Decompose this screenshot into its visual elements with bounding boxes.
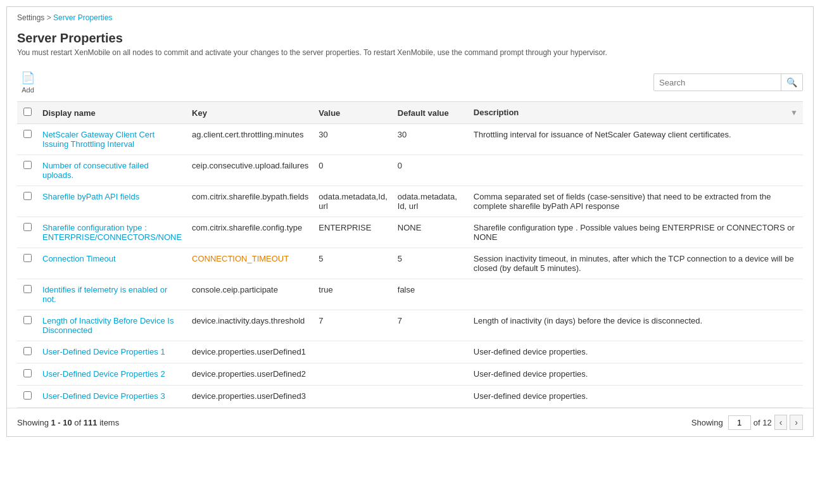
page-number-input[interactable]	[728, 415, 751, 430]
next-page-button[interactable]: ›	[790, 415, 803, 430]
row-value: ENTERPRISE	[313, 217, 392, 248]
breadcrumb-separator: >	[47, 13, 53, 22]
table-header-row: Display name Key Value Default value Des…	[17, 102, 803, 124]
row-checkbox[interactable]	[23, 316, 32, 324]
row-default-value: NONE	[393, 217, 469, 248]
footer-pagination: Showing of 12 ‹ ›	[691, 415, 803, 430]
row-display-name[interactable]: Connection Timeout	[37, 248, 187, 279]
sort-icon[interactable]: ▼	[790, 108, 798, 117]
row-display-name[interactable]: Number of consecutive failed uploads.	[37, 155, 187, 186]
row-value: 5	[313, 248, 392, 279]
search-box: 🔍	[653, 73, 803, 91]
showing-range: 1 - 10	[51, 418, 72, 427]
page-container: Settings > Server Properties Server Prop…	[6, 6, 814, 437]
row-default-value: odata.metadata, Id, url	[393, 186, 469, 217]
breadcrumb-current[interactable]: Server Properties	[53, 13, 112, 22]
table-row: User-Defined Device Properties 1device.p…	[17, 341, 803, 363]
total-items: 111	[84, 418, 98, 427]
row-key: device.properties.userDefined3	[187, 386, 313, 408]
add-icon: 📄	[21, 71, 35, 85]
row-display-name[interactable]: User-Defined Device Properties 2	[37, 363, 187, 386]
row-display-name[interactable]: Sharefile configuration type : ENTERPRIS…	[37, 217, 187, 248]
row-default-value	[393, 386, 469, 408]
row-description	[469, 155, 803, 186]
row-default-value: false	[393, 279, 469, 310]
toolbar-left: 📄 Add	[17, 68, 39, 96]
row-checkbox-cell	[17, 341, 37, 363]
table-row: Identifies if telemetry is enabled or no…	[17, 279, 803, 310]
row-description	[469, 279, 803, 310]
row-checkbox-cell	[17, 386, 37, 408]
row-checkbox-cell	[17, 363, 37, 386]
row-value	[313, 363, 392, 386]
page-header: Server Properties You must restart XenMo…	[7, 26, 813, 66]
of-pages-label: of 12	[754, 418, 772, 427]
page-subtitle: You must restart XenMobile on all nodes …	[17, 48, 803, 57]
page-title: Server Properties	[17, 31, 803, 46]
row-checkbox[interactable]	[23, 369, 32, 377]
search-button[interactable]: 🔍	[781, 74, 802, 91]
breadcrumb-settings[interactable]: Settings	[17, 13, 44, 22]
row-checkbox[interactable]	[23, 347, 32, 355]
footer-showing: Showing 1 - 10 of 111 items	[17, 418, 119, 427]
row-display-name[interactable]: User-Defined Device Properties 3	[37, 386, 187, 408]
row-display-name[interactable]: NetScaler Gateway Client Cert Issuing Th…	[37, 124, 187, 155]
showing-middle: of	[72, 418, 84, 427]
header-value: Value	[313, 102, 392, 124]
row-default-value	[393, 363, 469, 386]
header-default-value: Default value	[393, 102, 469, 124]
row-description: User-defined device properties.	[469, 341, 803, 363]
row-key: device.properties.userDefined1	[187, 341, 313, 363]
prev-page-button[interactable]: ‹	[774, 415, 788, 430]
row-checkbox-cell	[17, 155, 37, 186]
row-checkbox[interactable]	[23, 254, 32, 262]
row-checkbox[interactable]	[23, 192, 32, 200]
row-value	[313, 341, 392, 363]
table-row: Connection TimeoutCONNECTION_TIMEOUT55Se…	[17, 248, 803, 279]
header-key: Key	[187, 102, 313, 124]
row-description: Length of inactivity (in days) before th…	[469, 310, 803, 341]
select-all-checkbox[interactable]	[23, 108, 32, 116]
row-description: User-defined device properties.	[469, 386, 803, 408]
row-key: CONNECTION_TIMEOUT	[187, 248, 313, 279]
row-key: ceip.consecutive.upload.failures	[187, 155, 313, 186]
table-wrapper: Display name Key Value Default value Des…	[7, 101, 813, 408]
showing-prefix: Showing	[17, 418, 51, 427]
row-default-value: 7	[393, 310, 469, 341]
row-display-name[interactable]: Sharefile byPath API fields	[37, 186, 187, 217]
row-key: device.inactivity.days.threshold	[187, 310, 313, 341]
row-description: Comma separated set of fields (case-sens…	[469, 186, 803, 217]
row-checkbox[interactable]	[23, 391, 32, 400]
row-checkbox[interactable]	[23, 161, 32, 169]
row-display-name[interactable]: User-Defined Device Properties 1	[37, 341, 187, 363]
row-checkbox[interactable]	[23, 223, 32, 231]
row-default-value: 30	[393, 124, 469, 155]
table-row: Number of consecutive failed uploads.cei…	[17, 155, 803, 186]
table-row: User-Defined Device Properties 3device.p…	[17, 386, 803, 408]
row-display-name[interactable]: Identifies if telemetry is enabled or no…	[37, 279, 187, 310]
row-checkbox[interactable]	[23, 285, 32, 293]
table-row: Length of Inactivity Before Device Is Di…	[17, 310, 803, 341]
row-checkbox-cell	[17, 310, 37, 341]
header-description: Description ▼	[469, 102, 803, 123]
search-input[interactable]	[654, 75, 781, 91]
table-row: Sharefile byPath API fieldscom.citrix.sh…	[17, 186, 803, 217]
row-checkbox[interactable]	[23, 130, 32, 138]
row-display-name[interactable]: Length of Inactivity Before Device Is Di…	[37, 310, 187, 341]
row-default-value	[393, 341, 469, 363]
row-value: 7	[313, 310, 392, 341]
breadcrumb: Settings > Server Properties	[7, 7, 813, 26]
row-checkbox-cell	[17, 217, 37, 248]
header-display-name: Display name	[37, 102, 187, 124]
items-suffix: items	[98, 418, 120, 427]
row-key: ag.client.cert.throttling.minutes	[187, 124, 313, 155]
row-description: Throttling interval for issuance of NetS…	[469, 124, 803, 155]
row-key: com.citrix.sharefile.bypath.fields	[187, 186, 313, 217]
row-key: com.citrix.sharefile.config.type	[187, 217, 313, 248]
add-label: Add	[22, 86, 34, 94]
row-value	[313, 386, 392, 408]
row-value: 0	[313, 155, 392, 186]
row-checkbox-cell	[17, 124, 37, 155]
row-value: 30	[313, 124, 392, 155]
add-button[interactable]: 📄 Add	[17, 68, 39, 96]
